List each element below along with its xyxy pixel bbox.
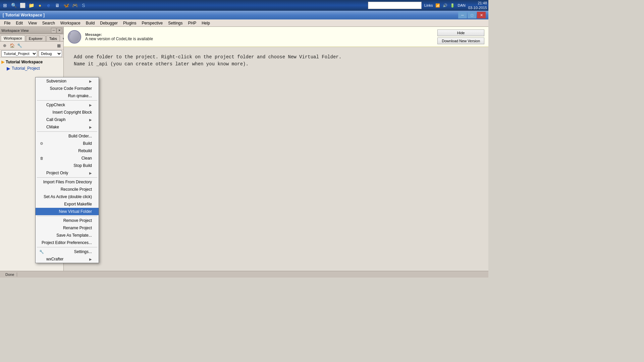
ctx-rename-project[interactable]: Rename Project	[36, 224, 99, 232]
minimize-button[interactable]: ─	[458, 12, 467, 18]
ctx-wxcrafter[interactable]: wxCrafter ▶	[36, 255, 99, 263]
project-tree-item[interactable]: ▶ Tutorial_Project	[1, 65, 62, 72]
taskbar-ie-icon[interactable]: e	[45, 2, 52, 9]
statusbar: Done	[0, 271, 488, 278]
hide-button[interactable]: Hide	[437, 29, 484, 36]
ctx-subversion[interactable]: Subversion ▶	[36, 77, 99, 85]
taskbar-task-icon[interactable]: ⬜	[19, 2, 26, 9]
taskbar-app3-icon[interactable]: 🎮	[71, 2, 78, 9]
ctx-rebuild[interactable]: Rebuild	[36, 147, 99, 155]
taskbar-right: Links 📶 🔊 🔋 DAN 21:48 03-10-2015	[424, 1, 487, 10]
ctx-reconcile-project[interactable]: Reconcile Project	[36, 186, 99, 193]
ctx-clean[interactable]: 🗑 Clean	[36, 155, 99, 162]
toolbar-expand-btn[interactable]: ▦	[55, 43, 62, 49]
ctx-export-makefile-label: Export Makefile	[64, 202, 92, 206]
ctx-export-makefile[interactable]: Export Makefile	[36, 200, 99, 208]
ctx-settings[interactable]: 🔧 Settings...	[36, 248, 99, 255]
ctx-build[interactable]: ⚙ Build	[36, 140, 99, 147]
editor-line2: Name it _api (you can create others late…	[74, 61, 478, 68]
ctx-new-virtual-folder[interactable]: New Virtual Folder	[36, 208, 99, 215]
workspace-folder-icon: ▶	[1, 60, 4, 64]
ctx-wxcrafter-arrow: ▶	[89, 257, 92, 261]
menu-php[interactable]: PHP	[185, 20, 199, 26]
menu-file[interactable]: File	[1, 20, 13, 26]
ctx-source-formatter[interactable]: Source Code Formatter	[36, 85, 99, 92]
ctx-project-only-arrow: ▶	[89, 171, 92, 175]
ctx-set-active[interactable]: Set As Active (double click)	[36, 193, 99, 200]
workspace-view-close-btn[interactable]: ✕	[57, 28, 62, 33]
ctx-save-template-label: Save As Template...	[56, 233, 92, 238]
titlebar-text: [ Tutorial Workspace ]	[3, 13, 458, 17]
config-select[interactable]: Debug Release	[39, 50, 62, 57]
menu-edit[interactable]: Edit	[13, 20, 25, 26]
taskbar-username: DAN	[458, 3, 465, 7]
codelite-icon	[68, 30, 81, 44]
message-buttons: Hide Download New Version	[437, 29, 484, 44]
menubar: File Edit View Search Workspace Build De…	[0, 19, 488, 27]
ctx-project-editor-prefs[interactable]: Project Editor Preferences...	[36, 239, 99, 246]
toolbar-new-btn[interactable]: ⊕	[1, 43, 8, 49]
download-new-version-button[interactable]: Download New Version	[437, 38, 484, 44]
ctx-call-graph[interactable]: Call Graph ▶	[36, 116, 99, 123]
menu-settings[interactable]: Settings	[165, 20, 185, 26]
ctx-clean-label: Clean	[82, 156, 92, 161]
ctx-rename-project-label: Rename Project	[63, 226, 92, 230]
ctx-cmake-arrow: ▶	[89, 125, 92, 129]
taskbar-steam-icon[interactable]: S	[80, 2, 87, 9]
maximize-button[interactable]: □	[468, 12, 476, 18]
taskbar-file-icon[interactable]: 📁	[28, 2, 35, 9]
ctx-project-only-label: Project Only	[46, 171, 68, 175]
taskbar-start-icon[interactable]: ⊞	[1, 2, 9, 9]
menu-workspace[interactable]: Workspace	[58, 20, 83, 26]
project-icon: ▶	[7, 66, 10, 71]
ctx-sep-4	[37, 216, 97, 216]
ctx-remove-project[interactable]: Remove Project	[36, 217, 99, 224]
menu-build[interactable]: Build	[83, 20, 98, 26]
message-body: A new version of CodeLite is available	[85, 37, 433, 41]
project-select[interactable]: Tutorial_Project	[1, 50, 37, 57]
tab-workspace[interactable]: Workspace	[1, 35, 25, 41]
taskbar-app1-icon[interactable]: 🖥	[54, 2, 61, 9]
workspace-view-title: Workspace View	[1, 28, 51, 33]
ctx-cmake-label: CMake	[46, 125, 59, 129]
ctx-build-icon: ⚙	[38, 141, 45, 146]
taskbar-date: 03-10-2015	[468, 5, 487, 10]
toolbar-settings-btn[interactable]: 🔧	[16, 43, 23, 49]
ctx-rebuild-label: Rebuild	[78, 148, 92, 153]
taskbar-search-box[interactable]	[368, 2, 422, 9]
ctx-insert-copyright[interactable]: Insert Copyright Block	[36, 109, 99, 116]
taskbar-search-icon[interactable]: 🔍	[10, 2, 17, 9]
taskbar-battery-icon: 🔋	[450, 3, 455, 8]
menu-plugins[interactable]: Plugins	[120, 20, 139, 26]
ctx-settings-label: Settings...	[74, 249, 92, 254]
ctx-build-order[interactable]: Build Order...	[36, 132, 99, 140]
ctx-stop-build[interactable]: Stop Build	[36, 162, 99, 169]
toolbar-home-btn[interactable]: 🏠	[9, 43, 15, 49]
menu-perspective[interactable]: Perspective	[139, 20, 165, 26]
taskbar-search-input[interactable]	[368, 3, 415, 7]
menu-search[interactable]: Search	[40, 20, 58, 26]
ctx-run-qmake[interactable]: Run qmake...	[36, 92, 99, 100]
ctx-sep-2	[37, 131, 97, 132]
menu-help[interactable]: Help	[199, 20, 213, 26]
ctx-cmake[interactable]: CMake ▶	[36, 123, 99, 131]
workspace-tree-item[interactable]: ▶ Tutorial Workspace	[1, 59, 62, 65]
taskbar-app2-icon[interactable]: 🦋	[62, 2, 70, 9]
ctx-call-graph-arrow: ▶	[89, 118, 92, 122]
ctx-save-template[interactable]: Save As Template...	[36, 232, 99, 239]
ctx-reconcile-label: Reconcile Project	[61, 187, 92, 192]
menu-debugger[interactable]: Debugger	[97, 20, 120, 26]
ctx-cppcheck[interactable]: CppCheck ▶	[36, 101, 99, 109]
tab-tabs[interactable]: Tabs	[46, 36, 60, 41]
ctx-call-graph-label: Call Graph	[46, 117, 65, 122]
taskbar-chrome-icon[interactable]: ●	[36, 2, 44, 9]
ctx-import-files[interactable]: Import Files From Directory	[36, 178, 99, 186]
close-button[interactable]: ✕	[477, 12, 486, 18]
taskbar-icons: ⊞ 🔍 ⬜ 📁 ● e 🖥 🦋 🎮 S	[1, 2, 368, 9]
ctx-project-only[interactable]: Project Only ▶	[36, 169, 99, 177]
taskbar-network-icon: 📶	[435, 3, 440, 8]
workspace-view-min-btn[interactable]: ─	[51, 28, 56, 33]
ctx-set-active-label: Set As Active (double click)	[44, 194, 92, 199]
menu-view[interactable]: View	[25, 20, 40, 26]
tab-explorer[interactable]: Explorer	[26, 36, 46, 41]
